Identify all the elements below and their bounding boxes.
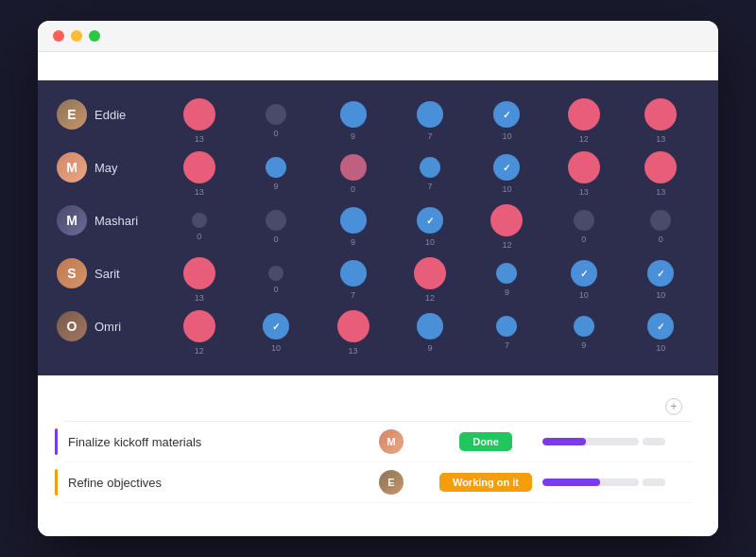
dot-cell[interactable]: 9	[545, 316, 622, 337]
workload-dot[interactable]	[650, 210, 671, 231]
workload-dot[interactable]	[340, 154, 367, 181]
dot-number: 10	[271, 343, 281, 353]
workload-dot[interactable]	[266, 157, 286, 178]
dot-cell[interactable]: 13	[623, 151, 699, 183]
dot-number: 10	[502, 184, 511, 194]
workload-dot[interactable]	[192, 213, 207, 228]
workload-dot[interactable]	[183, 98, 215, 131]
dot-cell[interactable]: ✓10	[469, 154, 545, 181]
dot-cell[interactable]: ✓10	[623, 313, 699, 339]
dot-cell[interactable]: 12	[161, 310, 237, 342]
workload-dot[interactable]	[183, 257, 215, 289]
dot-cell[interactable]: 0	[545, 210, 622, 231]
task-status[interactable]: Working on it	[429, 473, 542, 492]
workload-dot[interactable]: ✓	[493, 154, 520, 181]
workload-dot[interactable]	[183, 151, 215, 183]
app-window: EEddie13097✓101213MMay13907✓101313MMasha…	[38, 21, 718, 536]
workload-dot[interactable]	[644, 98, 677, 131]
workload-dot[interactable]	[420, 157, 440, 178]
dot-cell[interactable]: ✓10	[623, 260, 699, 287]
dot-cell[interactable]: 7	[391, 157, 468, 178]
dot-cell[interactable]: ✓10	[469, 101, 545, 128]
dot-cell[interactable]: 0	[315, 154, 391, 181]
dot-cell[interactable]: 7	[391, 101, 468, 128]
workload-dot[interactable]	[183, 310, 215, 342]
dot-cell[interactable]: 13	[545, 151, 622, 183]
dot-cell[interactable]: 12	[391, 257, 468, 289]
maximize-button[interactable]	[89, 30, 100, 42]
workload-dot[interactable]	[266, 210, 286, 231]
dot-cell[interactable]: 9	[469, 263, 545, 284]
dot-number: 12	[579, 134, 589, 144]
workload-dot[interactable]	[568, 151, 600, 183]
workload-dot[interactable]	[340, 101, 367, 128]
workload-dot[interactable]: ✓	[417, 207, 443, 234]
dot-cell[interactable]: 7	[469, 316, 545, 337]
workload-dot[interactable]	[268, 266, 284, 281]
workload-dot[interactable]: ✓	[647, 313, 674, 339]
task-owner[interactable]: M	[353, 429, 429, 454]
add-task-button[interactable]: +	[665, 398, 682, 415]
workload-dot[interactable]	[266, 104, 286, 125]
workload-dot[interactable]	[417, 101, 443, 128]
dot-cells: 1307129✓10✓10	[161, 257, 699, 289]
dot-cell[interactable]: ✓10	[391, 207, 468, 234]
dot-cell[interactable]: 13	[161, 151, 237, 183]
add-col-header[interactable]: +	[665, 398, 692, 415]
dot-cell[interactable]: 13	[161, 257, 237, 289]
workload-dot[interactable]: ✓	[647, 260, 674, 287]
dot-cell[interactable]: 0	[623, 210, 699, 231]
workload-dot[interactable]	[417, 313, 443, 339]
workload-dot[interactable]: ✓	[263, 313, 289, 339]
dot-cell[interactable]: 12	[545, 98, 622, 131]
dot-number: 9	[505, 287, 509, 297]
grid-row: SSarit1307129✓10✓10	[57, 249, 699, 298]
workload-dot[interactable]	[574, 316, 594, 337]
workload-dot[interactable]	[340, 260, 367, 287]
task-owner[interactable]: E	[353, 470, 429, 495]
dot-cell[interactable]: 9	[315, 101, 391, 128]
check-icon: ✓	[657, 322, 664, 332]
task-status[interactable]: Done	[429, 432, 542, 451]
avatar: E	[379, 470, 404, 495]
dot-cell[interactable]: 0	[237, 210, 314, 231]
dot-number: 7	[427, 131, 432, 141]
workload-dot[interactable]	[496, 263, 517, 284]
dot-cell[interactable]: 9	[391, 313, 468, 339]
workload-dot[interactable]	[340, 207, 367, 234]
dot-cell[interactable]: ✓10	[545, 260, 622, 287]
workload-dot[interactable]	[644, 151, 677, 183]
avatar: O	[57, 311, 87, 341]
dot-cell[interactable]: 7	[315, 260, 391, 287]
dot-cell[interactable]: 9	[315, 207, 391, 234]
dot-cell[interactable]: 0	[237, 266, 314, 281]
dot-number: 13	[656, 187, 665, 197]
dot-cell[interactable]: ✓10	[237, 313, 314, 339]
workload-dot[interactable]: ✓	[493, 101, 520, 128]
dot-number: 10	[656, 290, 665, 300]
workload-dot[interactable]	[490, 204, 523, 236]
timeline-bar-fill	[542, 438, 586, 445]
workload-dot[interactable]	[568, 98, 600, 131]
person-name: Omri	[94, 320, 121, 334]
timeline-extra	[643, 438, 665, 445]
check-icon: ✓	[503, 163, 510, 173]
dot-cell[interactable]: 13	[161, 98, 237, 131]
dot-cell[interactable]: 13	[623, 98, 699, 131]
workload-dot[interactable]	[414, 257, 446, 289]
dot-cell[interactable]: 13	[315, 310, 391, 342]
workload-dot[interactable]: ✓	[571, 260, 597, 287]
workload-dot[interactable]	[337, 310, 369, 342]
dot-cell[interactable]: 9	[237, 157, 314, 178]
dot-cell[interactable]: 0	[237, 104, 314, 125]
dot-number: 0	[659, 235, 663, 244]
dot-cell[interactable]: 0	[161, 213, 237, 228]
timeline-extra	[643, 479, 665, 486]
minimize-button[interactable]	[71, 30, 82, 42]
close-button[interactable]	[53, 30, 64, 42]
dot-number: 13	[195, 187, 204, 197]
workload-dot[interactable]	[496, 316, 517, 337]
dot-number: 9	[351, 237, 355, 247]
workload-dot[interactable]	[574, 210, 594, 231]
dot-cell[interactable]: 12	[469, 204, 545, 236]
